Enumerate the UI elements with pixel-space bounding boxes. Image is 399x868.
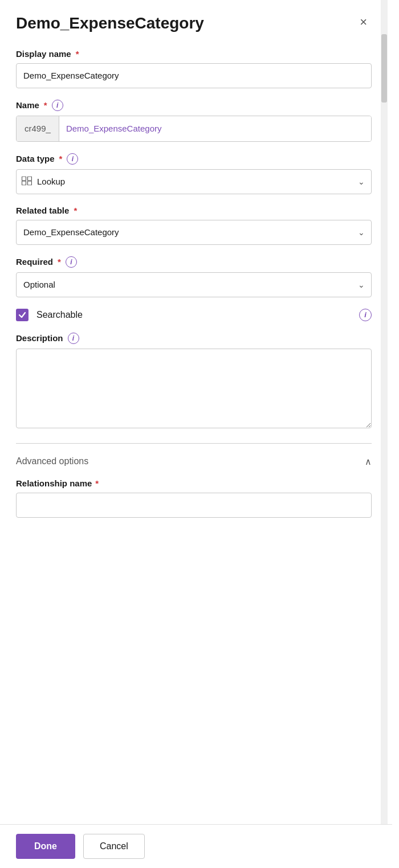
related-table-select-wrapper: Demo_ExpenseCategory ⌄: [16, 220, 372, 245]
display-name-group: Display name *: [16, 49, 372, 88]
close-button[interactable]: ×: [355, 14, 372, 31]
data-type-select[interactable]: Lookup Text Number Date Boolean: [16, 169, 372, 194]
relationship-name-group: Relationship name *: [16, 478, 372, 518]
cancel-button[interactable]: Cancel: [83, 834, 145, 859]
display-name-input[interactable]: [16, 63, 372, 88]
display-name-label: Display name *: [16, 49, 372, 59]
data-type-label: Data type * i: [16, 153, 372, 165]
scrollbar[interactable]: ▾: [381, 0, 388, 868]
advanced-options-label: Advanced options: [16, 456, 88, 466]
relationship-name-required: *: [95, 478, 99, 488]
relationship-name-input[interactable]: [16, 493, 372, 518]
panel-header: Demo_ExpenseCategory ×: [16, 14, 372, 33]
bottom-bar: Done Cancel: [0, 824, 392, 868]
advanced-options-chevron-icon: ∧: [365, 456, 372, 467]
panel: ▾ Demo_ExpenseCategory × Display name * …: [0, 0, 388, 868]
description-info-icon[interactable]: i: [68, 333, 79, 344]
searchable-info-icon[interactable]: i: [359, 309, 372, 321]
name-input[interactable]: [59, 116, 371, 141]
data-type-select-wrapper: Lookup Text Number Date Boolean ⌄: [16, 169, 372, 194]
name-info-icon[interactable]: i: [52, 100, 63, 111]
done-button[interactable]: Done: [16, 834, 75, 859]
required-select-wrapper: Optional Required ⌄: [16, 272, 372, 297]
panel-title: Demo_ExpenseCategory: [16, 14, 204, 33]
scrollbar-thumb[interactable]: [381, 34, 387, 103]
name-prefix: cr499_: [17, 116, 59, 141]
relationship-name-input-wrapper: [16, 493, 372, 518]
related-table-group: Related table * Demo_ExpenseCategory ⌄: [16, 206, 372, 245]
description-textarea[interactable]: [16, 349, 372, 428]
data-type-required: *: [59, 154, 63, 163]
data-type-group: Data type * i Lookup Text Number: [16, 153, 372, 194]
related-table-select[interactable]: Demo_ExpenseCategory: [16, 220, 372, 245]
required-select[interactable]: Optional Required: [16, 272, 372, 297]
description-group: Description i: [16, 333, 372, 431]
divider: [16, 443, 372, 444]
searchable-row: Searchable i: [16, 309, 372, 321]
advanced-options-header[interactable]: Advanced options ∧: [16, 456, 372, 467]
required-info-icon[interactable]: i: [66, 256, 77, 268]
searchable-label: Searchable: [36, 310, 351, 320]
name-label: Name * i: [16, 100, 372, 111]
relationship-name-label: Relationship name *: [16, 478, 372, 488]
related-table-label: Related table *: [16, 206, 372, 215]
data-type-info-icon[interactable]: i: [67, 153, 78, 165]
name-field-wrapper: cr499_: [16, 116, 372, 142]
description-label: Description i: [16, 333, 372, 344]
checkmark-icon: [18, 311, 26, 319]
searchable-checkbox[interactable]: [16, 309, 28, 321]
required-required: *: [58, 257, 61, 267]
name-field-group: Name * i cr499_: [16, 100, 372, 142]
required-label: Required * i: [16, 256, 372, 268]
name-required: *: [44, 100, 47, 110]
required-group: Required * i Optional Required ⌄: [16, 256, 372, 297]
display-name-required: *: [76, 49, 79, 59]
related-table-required: *: [74, 206, 77, 215]
